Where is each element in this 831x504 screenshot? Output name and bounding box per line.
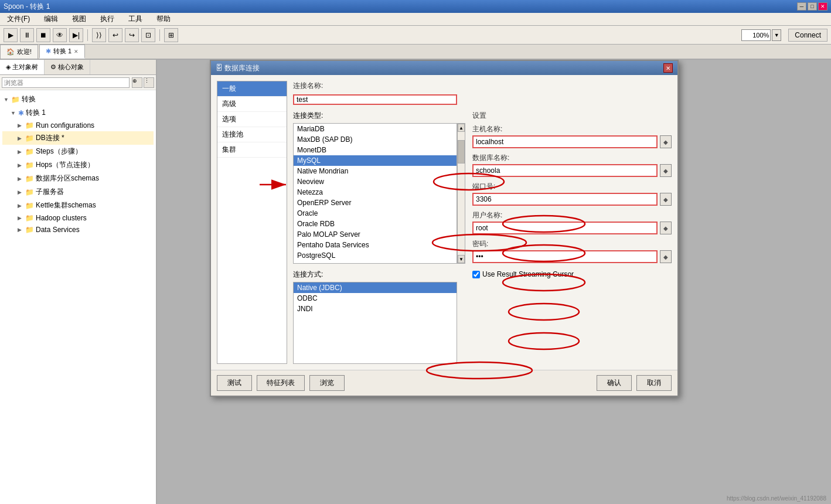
conn-type-pentaho[interactable]: Pentaho Data Services [294,240,457,250]
port-var-btn[interactable]: ◆ [660,193,672,206]
btn1[interactable]: ⟩⟩ [92,28,106,42]
search-bar: ⊕ ⋮ [0,75,156,90]
conn-type-mysql[interactable]: MySQL [294,155,457,166]
zoom-input[interactable]: 100% [741,29,771,41]
menu-edit[interactable]: 编辑 [39,13,63,25]
conn-type-palo[interactable]: Palo MOLAP Server [294,229,457,240]
conn-type-maxdb[interactable]: MaxDB (SAP DB) [294,134,457,145]
port-label: 端口号: [472,182,672,192]
panel-tab-core-objects[interactable]: ⚙ 核心对象 [45,60,90,74]
minimize-button[interactable]: ─ [797,2,806,11]
menu-file[interactable]: 文件(F) [2,13,35,25]
menu-execute[interactable]: 执行 [96,13,119,25]
password-field: 密码: ◆ [472,239,672,263]
test-button[interactable]: 测试 [217,375,252,391]
conn-type-mariadb[interactable]: MariaDB [294,124,457,134]
btn2[interactable]: ↩ [108,28,122,42]
conn-type-netezza[interactable]: Netezza [294,187,457,197]
folder-icon-root: 📁 [11,96,20,104]
cancel-button[interactable]: 取消 [636,375,672,391]
conn-type-redshift[interactable]: Redshift [294,261,457,264]
dialog-nav-pool[interactable]: 连接池 [217,127,287,142]
password-var-btn[interactable]: ◆ [660,250,672,263]
scroll-up[interactable]: ▲ [458,124,465,132]
tree-transform1[interactable]: ▼ ✱ 转换 1 [2,106,154,120]
tab-close-icon[interactable]: ✕ [74,49,79,55]
hostname-input[interactable] [472,135,658,148]
tab-transform1[interactable]: ✱ 转换 1 ✕ [39,45,85,59]
run-btn[interactable]: ▶ [4,28,18,42]
dbname-var-btn[interactable]: ◆ [660,164,672,177]
tab-welcome[interactable]: 🏠 欢迎! [0,45,38,59]
conn-type-neoview[interactable]: Neoview [294,176,457,187]
dialog-nav-options[interactable]: 选项 [217,112,287,127]
scroll-down[interactable]: ▼ [458,255,465,263]
dialog-nav-cluster[interactable]: 集群 [217,142,287,158]
connect-button[interactable]: Connect [788,29,827,42]
stop-btn[interactable]: ⏹ [36,28,50,42]
method-odbc[interactable]: ODBC [294,293,457,304]
password-input[interactable] [472,250,658,263]
conn-type-oraclerdb[interactable]: Oracle RDB [294,219,457,229]
dialog-close-button[interactable]: ✕ [663,63,673,73]
method-native[interactable]: Native (JDBC) [294,282,457,293]
connection-type-list[interactable]: MariaDB MaxDB (SAP DB) MonetDB MySQL Nat… [293,123,457,264]
zoom-dropdown[interactable]: ▼ [772,29,781,41]
view-options-btn[interactable]: ⋮ [144,77,154,88]
menu-tools[interactable]: 工具 [124,13,147,25]
dialog-nav-general[interactable]: 一般 [217,81,287,97]
conn-type-openerp[interactable]: OpenERP Server [294,197,457,208]
tree-item-runconfigs[interactable]: ▶ 📁 Run configurations [2,120,154,131]
tree-container: ▼ 📁 转换 ▼ ✱ 转换 1 ▶ 📁 Run configurations [0,90,156,504]
tree-item-subserver[interactable]: ▶ 📁 子服务器 [2,185,154,199]
search-input[interactable] [2,77,130,88]
tab-bar: 🏠 欢迎! ✱ 转换 1 ✕ [0,45,831,60]
tree-item-dbpartition[interactable]: ▶ 📁 数据库分区schemas [2,172,154,185]
conn-type-monetdb[interactable]: MonetDB [294,145,457,155]
tree-item-dbconnect[interactable]: ▶ 📁 DB连接 * [2,131,154,145]
dbname-input-row: ◆ [472,164,672,177]
conn-type-scrollbar[interactable]: ▲ ▼ [457,123,465,264]
streaming-cursor-label[interactable]: Use Result Streaming Cursor [482,270,574,278]
search-icon-btn[interactable]: ⊕ [132,77,142,88]
play2-btn[interactable]: ▶| [69,28,83,42]
username-var-btn[interactable]: ◆ [660,222,672,234]
btn4[interactable]: ⊡ [141,28,155,42]
browse-button[interactable]: 浏览 [309,375,345,391]
confirm-button[interactable]: 确认 [597,375,632,391]
hostname-var-btn[interactable]: ◆ [660,135,672,148]
connection-method-list[interactable]: Native (JDBC) ODBC JNDI [293,282,457,364]
dbname-input[interactable] [472,164,658,177]
connection-name-input[interactable] [293,94,457,105]
dialog-nav-advanced[interactable]: 高级 [217,97,287,112]
panel-tab-main-objects[interactable]: ◈ 主对象树 [0,60,45,74]
streaming-cursor-row: Use Result Streaming Cursor [472,270,672,278]
tree-item-hadoop[interactable]: ▶ 📁 Hadoop clusters [2,212,154,224]
tree-item-hops[interactable]: ▶ 📁 Hops（节点连接） [2,158,154,172]
tree-root[interactable]: ▼ 📁 转换 [2,93,154,106]
btn3[interactable]: ↪ [125,28,139,42]
dialog-two-col: 连接类型: MariaDB MaxDB (SAP DB) MonetDB MyS… [293,111,672,364]
maximize-button[interactable]: □ [808,2,817,11]
scroll-thumb[interactable] [458,140,465,164]
streaming-cursor-checkbox[interactable] [472,271,480,278]
tree-item-kettle[interactable]: ▶ 📁 Kettle集群schemas [2,199,154,212]
tab-welcome-label: 欢迎! [17,47,32,56]
menu-view[interactable]: 视图 [67,13,91,25]
method-jndi[interactable]: JNDI [294,304,457,314]
username-input[interactable] [472,222,658,234]
pause-btn[interactable]: ⏸ [20,28,34,42]
close-button[interactable]: ✕ [818,2,827,11]
preview-btn[interactable]: 👁 [53,28,67,42]
conn-type-mondrian[interactable]: Native Mondrian [294,166,457,176]
feature-list-button[interactable]: 特征列表 [257,375,305,391]
tree-item-dataservices[interactable]: ▶ 📁 Data Services [2,224,154,236]
menu-help[interactable]: 帮助 [152,13,175,25]
conn-type-postgresql[interactable]: PostgreSQL [294,250,457,261]
grid-btn[interactable]: ⊞ [164,28,178,42]
folder-icon-hops: 📁 [25,161,34,169]
port-input[interactable] [472,193,658,206]
folder-icon-kettle: 📁 [25,202,34,210]
tree-item-steps[interactable]: ▶ 📁 Steps（步骤） [2,145,154,158]
conn-type-oracle[interactable]: Oracle [294,208,457,219]
